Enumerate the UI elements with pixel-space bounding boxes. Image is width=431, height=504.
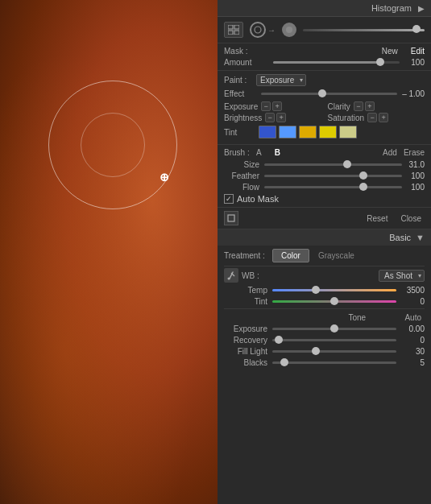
brightness-minus[interactable]: − (265, 113, 275, 122)
basic-content: Treatment : Color Grayscale WB : As Shot… (218, 246, 431, 504)
tint-swatch-blue[interactable] (259, 126, 276, 138)
amount-slider[interactable] (273, 61, 400, 64)
svg-point-8 (228, 278, 230, 280)
brush-feather-thumb (359, 171, 367, 180)
svg-rect-1 (234, 25, 239, 29)
tint-slider[interactable] (272, 300, 396, 303)
exposure-plus[interactable]: + (272, 101, 282, 111)
tint-color-row: Tint (224, 126, 425, 138)
fill-light-slider[interactable] (272, 350, 396, 353)
recovery-slider[interactable] (272, 339, 396, 341)
basic-section-header[interactable]: Basic ▼ (218, 229, 431, 246)
brush-feather-label: Feather (224, 171, 264, 180)
recovery-value: 0 (396, 336, 425, 345)
color-btn[interactable]: Color (272, 249, 309, 262)
tint-slider-thumb (330, 297, 338, 305)
recovery-label: Recovery (224, 336, 272, 345)
brush-size-row: Size 31.0 (224, 160, 425, 169)
brush-label: Brush : (224, 148, 256, 157)
exposure-slider[interactable] (272, 328, 396, 330)
clarity-minus[interactable]: − (354, 101, 363, 111)
brightness-plus[interactable]: + (276, 113, 286, 122)
tint-swatch-cream[interactable] (339, 126, 357, 138)
svg-point-4 (255, 27, 261, 33)
effect-label: Effect (224, 89, 256, 98)
automask-checkbox[interactable]: ✓ (224, 194, 234, 204)
mask-buttons: New Edit (382, 47, 425, 56)
tint-swatch-light-blue[interactable] (279, 126, 296, 138)
tint-color-label: Tint (224, 128, 256, 137)
auto-btn[interactable]: Auto (401, 312, 425, 323)
mask-new-btn[interactable]: New (382, 47, 398, 56)
exposure-label: Exposure (224, 102, 258, 111)
exposure-minus[interactable]: − (261, 101, 271, 111)
arrow-circle-tool[interactable]: → (250, 22, 276, 38)
saturation-controls: − + (367, 113, 388, 122)
toolbar-slider[interactable] (303, 29, 425, 31)
temp-label: Temp (224, 286, 272, 295)
wb-select[interactable]: As Shot ▾ (379, 270, 425, 282)
basic-title: Basic (224, 233, 411, 242)
grayscale-btn[interactable]: Grayscale (309, 249, 363, 262)
svg-point-5 (286, 27, 292, 33)
saturation-plus[interactable]: + (379, 113, 388, 122)
divider-2 (224, 308, 425, 309)
effect-slider-thumb (318, 89, 326, 97)
svg-rect-6 (228, 215, 234, 221)
mask-edit-btn[interactable]: Edit (411, 47, 425, 56)
histogram-collapse-icon[interactable]: ▶ (418, 4, 425, 13)
paint-select-arrow: ▾ (300, 76, 303, 84)
automask-checkmark: ✓ (226, 195, 232, 203)
paint-section: Paint : Exposure ▾ Effect – 1.00 Exposur… (218, 71, 431, 145)
brush-section: Brush : A B Add Erase Size 31.0 Feather … (218, 145, 431, 208)
blacks-slider-row: Blacks 5 (224, 358, 425, 367)
svg-rect-2 (228, 31, 233, 35)
saturation-minus[interactable]: − (367, 113, 377, 122)
treatment-row: Treatment : Color Grayscale (224, 249, 425, 262)
brush-feather-slider[interactable] (264, 175, 402, 177)
automask-row: ✓ Auto Mask (224, 194, 425, 204)
exposure-controls: − + (261, 101, 282, 111)
tint-swatch-yellow[interactable] (319, 126, 337, 138)
recovery-slider-row: Recovery 0 (224, 336, 425, 345)
close-btn[interactable]: Close (397, 213, 425, 225)
brush-size-slider[interactable] (264, 163, 402, 166)
paint-effect-select[interactable]: Exposure ▾ (256, 74, 306, 86)
brush-flow-label: Flow (224, 183, 264, 192)
dot-tool[interactable] (282, 23, 296, 37)
temp-slider[interactable] (272, 289, 396, 291)
paint-label: Paint : (224, 76, 256, 85)
wb-eyedropper-icon[interactable] (224, 268, 238, 283)
effect-value: – 1.00 (402, 89, 425, 98)
blacks-slider[interactable] (272, 361, 396, 364)
basic-expand-icon[interactable]: ▼ (416, 233, 425, 242)
reset-btn[interactable]: Reset (363, 213, 391, 225)
brush-tab-add[interactable]: Add (383, 148, 397, 157)
tint-slider-label: Tint (224, 297, 272, 306)
wb-label: WB : (242, 271, 266, 280)
fill-light-value: 30 (396, 347, 425, 356)
tone-label: Tone (313, 313, 401, 322)
brush-flow-value: 100 (402, 183, 425, 192)
brush-tab-b[interactable]: B (275, 148, 280, 157)
brush-feather-value: 100 (402, 171, 425, 180)
brush-cursor: ⊕ (158, 171, 171, 184)
brush-flow-slider[interactable] (264, 186, 402, 188)
brush-size-label: Size (224, 160, 264, 169)
recovery-slider-thumb (275, 336, 283, 344)
effect-slider[interactable] (261, 93, 397, 95)
saturation-checkbox-item: Saturation − + (328, 113, 425, 122)
fill-light-label: Fill Light (224, 347, 272, 356)
fill-light-slider-thumb (312, 347, 320, 355)
brush-size-thumb (343, 160, 351, 168)
clarity-controls: − + (354, 101, 375, 111)
tint-swatch-yellow-dark[interactable] (299, 126, 317, 138)
clarity-plus[interactable]: + (365, 101, 375, 111)
clarity-label: Clarity (328, 102, 350, 111)
brush-tab-a[interactable]: A (256, 148, 262, 157)
small-square-btn[interactable] (224, 211, 238, 225)
mask-section: Mask : New Edit Amount 100 (218, 43, 431, 71)
brush-tab-erase[interactable]: Erase (404, 148, 425, 157)
mask-row: Mask : New Edit (224, 47, 425, 56)
grid-tool-btn[interactable] (224, 22, 243, 38)
